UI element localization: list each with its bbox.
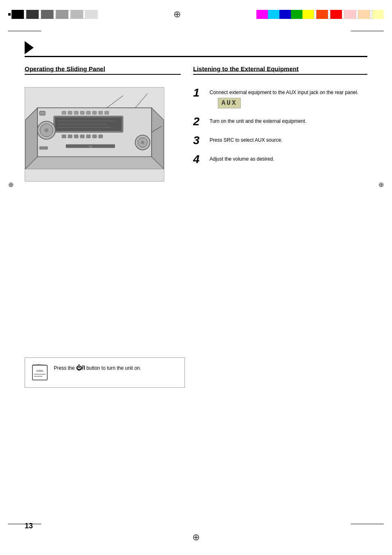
svg-rect-11 [62, 111, 66, 114]
step-3-number: 3 [193, 135, 205, 146]
step-4: 4 Adjust the volume as desired. [193, 154, 367, 165]
left-col-title: Operating the Sliding Panel [25, 65, 181, 75]
device-illustration: JVC [25, 87, 164, 182]
main-content: Operating the Sliding Panel [25, 41, 367, 182]
svg-marker-1 [25, 157, 164, 169]
right-reg-mark: ⊕ [378, 181, 384, 189]
step-1-text: Connect external equipment to the AUX in… [210, 89, 358, 96]
step-4-text: Adjust the volume as desired. [210, 155, 274, 163]
svg-rect-41 [32, 365, 47, 380]
step-2-text: Turn on the unit and the external equipm… [210, 117, 307, 125]
aux-display: AUX [218, 98, 241, 108]
left-column: Operating the Sliding Panel [25, 65, 181, 182]
svg-rect-15 [86, 111, 90, 114]
steps-list: 1 Connect external equipment to the AUX … [193, 87, 367, 165]
step-3: 3 Press SRC to select AUX source. [193, 135, 367, 146]
top-bar: ⊕ [0, 0, 392, 29]
svg-rect-32 [39, 111, 45, 115]
svg-point-31 [141, 141, 144, 144]
arrow-icon [25, 41, 34, 54]
svg-rect-16 [92, 111, 97, 114]
center-crosshair: ⊕ [173, 9, 181, 20]
step-2: 2 Turn on the unit and the external equi… [193, 116, 367, 127]
svg-rect-22 [80, 135, 84, 138]
bottom-border-left [8, 524, 41, 524]
left-color-bar [8, 10, 98, 19]
svg-rect-35 [39, 147, 48, 150]
left-reg-mark: ⊕ [8, 181, 14, 189]
power-symbol: ⏻/I [76, 364, 85, 371]
step-3-text: Press SRC to select AUX source. [210, 136, 282, 144]
step-1-number: 1 [193, 87, 205, 99]
step-4-number: 4 [193, 154, 205, 165]
top-border-right [351, 31, 384, 31]
svg-rect-21 [74, 135, 78, 138]
svg-rect-20 [68, 135, 72, 138]
svg-rect-17 [99, 111, 103, 114]
svg-rect-24 [92, 135, 97, 138]
step-1: 1 Connect external equipment to the AUX … [193, 87, 367, 108]
svg-rect-13 [74, 111, 78, 114]
right-col-title: Listening to the External Equipment [193, 65, 367, 75]
svg-rect-19 [62, 135, 66, 138]
bottom-crosshair: ⊕ [192, 532, 200, 543]
svg-rect-18 [105, 111, 109, 114]
step-2-number: 2 [193, 116, 205, 127]
svg-text:notes: notes [36, 369, 44, 372]
svg-rect-14 [80, 111, 84, 114]
notes-icon: notes [31, 364, 49, 382]
svg-text:JVC: JVC [88, 146, 92, 148]
svg-rect-12 [68, 111, 72, 114]
notes-box: notes Press the ⏻/I button to turn the u… [25, 357, 185, 388]
top-border-left [8, 31, 41, 31]
svg-rect-23 [86, 135, 90, 138]
two-columns: Operating the Sliding Panel [25, 65, 367, 182]
svg-rect-25 [99, 135, 103, 138]
notes-text: Press the ⏻/I button to turn the unit on… [54, 364, 141, 372]
svg-point-28 [44, 128, 48, 132]
bottom-border-right [351, 524, 384, 524]
section-header [25, 41, 367, 57]
right-color-bar [256, 10, 384, 19]
page-number: 13 [25, 522, 33, 530]
right-column: Listening to the External Equipment 1 Co… [193, 65, 367, 182]
